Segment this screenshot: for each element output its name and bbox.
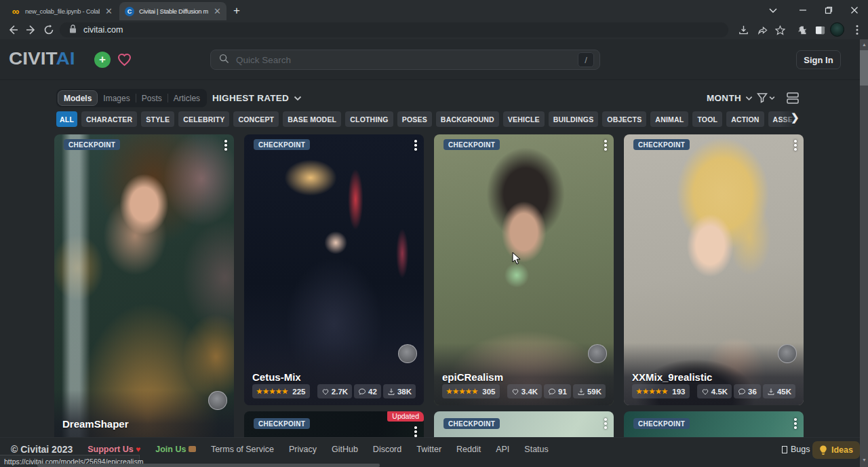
chip-tool[interactable]: TOOL (692, 111, 722, 127)
period-dropdown[interactable]: MONTH (707, 93, 753, 103)
tab-models[interactable]: Models (58, 90, 98, 106)
sign-in-button[interactable]: Sign In (796, 50, 841, 69)
browser-tab-colab[interactable]: ∞ new_colab_file.ipynb - Colaborat ✕ (5, 2, 118, 20)
filter-dropdown[interactable] (757, 92, 775, 103)
tab-images[interactable]: Images (98, 90, 135, 106)
rating-pill: ★★★★★193 (632, 384, 690, 398)
scrollbar-down-icon[interactable]: ▼ (862, 457, 867, 462)
footer-link-support-us[interactable]: Support Us ♥ (87, 445, 140, 454)
downloads-pill: 38K (383, 384, 416, 398)
chip-concept[interactable]: CONCEPT (233, 111, 279, 127)
model-card-epicrealism[interactable]: CHECKPOINT epiCRealism ★★★★★305 3.4K 91 … (434, 134, 614, 405)
chip-vehicle[interactable]: VEHICLE (503, 111, 545, 127)
back-icon[interactable] (7, 24, 18, 39)
civitai-logo[interactable]: CIVITAI (9, 49, 75, 69)
likes-pill: 4.5K (697, 384, 732, 398)
ideas-button[interactable]: Ideas (812, 441, 860, 459)
chip-action[interactable]: ACTION (726, 111, 764, 127)
layout-toggle-icon[interactable] (787, 92, 799, 107)
tab-close-icon[interactable]: ✕ (105, 6, 113, 16)
horizontal-scrollbar-thumb[interactable] (37, 464, 380, 467)
new-tab-button[interactable]: + (233, 4, 240, 18)
share-icon[interactable] (755, 22, 770, 37)
browser-toolbar: civitai.com (0, 20, 868, 39)
chip-poses[interactable]: POSES (397, 111, 432, 127)
briefcase-icon (189, 446, 196, 452)
side-panel-icon[interactable] (812, 22, 827, 37)
chip-all[interactable]: ALL (56, 111, 77, 127)
sort-dropdown[interactable]: HIGHEST RATED (212, 93, 302, 103)
chip-animal[interactable]: ANIMAL (650, 111, 688, 127)
footer-link-terms[interactable]: Terms of Service (211, 445, 274, 454)
star-rating-icon: ★★★★★ (256, 388, 288, 395)
checkpoint-badge: CHECKPOINT (254, 418, 310, 429)
model-title: epiCRealism (442, 371, 503, 383)
tab-articles[interactable]: Articles (168, 90, 205, 106)
card-menu-icon[interactable] (604, 140, 607, 152)
window-minimize-button[interactable] (789, 0, 816, 20)
creator-avatar[interactable] (398, 344, 417, 363)
vertical-scrollbar[interactable] (860, 39, 868, 467)
card-menu-icon[interactable] (414, 140, 417, 152)
bookmark-star-icon[interactable] (772, 22, 787, 37)
creator-avatar[interactable] (208, 391, 227, 410)
create-plus-button[interactable]: + (94, 52, 111, 68)
likes-count: 2.7K (332, 388, 348, 396)
footer-link-twitter[interactable]: Twitter (416, 445, 441, 454)
footer-link-join-us[interactable]: Join Us (155, 445, 196, 454)
chips-scroll-right-icon[interactable]: ❯ (791, 111, 800, 124)
reload-icon[interactable] (43, 24, 54, 39)
card-menu-icon[interactable] (224, 140, 227, 152)
browser-tab-bar: ∞ new_colab_file.ipynb - Colaborat ✕ C C… (0, 0, 868, 20)
likes-count: 4.5K (711, 388, 728, 396)
comments-count: 36 (748, 388, 757, 396)
window-close-button[interactable] (841, 0, 868, 20)
comments-count: 91 (558, 388, 567, 396)
card-menu-icon[interactable] (604, 418, 607, 430)
checkpoint-badge: CHECKPOINT (443, 139, 500, 150)
bugs-button[interactable]: Bugs (782, 445, 810, 454)
favorites-heart-icon[interactable] (116, 52, 133, 68)
comments-pill: 42 (354, 384, 381, 398)
chip-base-model[interactable]: BASE MODEL (283, 111, 341, 127)
browser-tab-civitai[interactable]: C Civitai | Stable Diffusion models, ✕ (119, 2, 226, 20)
footer-link-privacy[interactable]: Privacy (289, 445, 317, 454)
star-rating-icon: ★★★★★ (636, 388, 668, 395)
download-icon[interactable] (736, 22, 751, 37)
browser-profile-avatar[interactable] (830, 22, 844, 37)
footer-link-github[interactable]: GitHub (332, 445, 358, 454)
chip-objects[interactable]: OBJECTS (602, 111, 646, 127)
forward-icon[interactable] (26, 24, 37, 39)
star-rating-icon: ★★★★★ (446, 388, 478, 395)
model-card-cetus-mix[interactable]: CHECKPOINT Cetus-Mix ★★★★★225 2.7K 42 38… (244, 134, 424, 405)
chip-celebrity[interactable]: CELEBRITY (178, 111, 229, 127)
chip-clothing[interactable]: CLOTHING (345, 111, 393, 127)
card-menu-icon[interactable] (794, 418, 797, 430)
downloads-pill: 59K (573, 384, 606, 398)
extensions-puzzle-icon[interactable] (795, 22, 810, 37)
chip-style[interactable]: STYLE (141, 111, 174, 127)
creator-avatar[interactable] (778, 344, 797, 363)
window-maximize-button[interactable] (815, 0, 842, 20)
lightbulb-icon (819, 445, 827, 455)
address-bar[interactable]: civitai.com (60, 22, 728, 37)
model-card-dreamshaper[interactable]: CHECKPOINT DreamShaper (54, 134, 234, 452)
chip-buildings[interactable]: BUILDINGS (549, 111, 599, 127)
browser-menu-kebab-icon[interactable] (850, 22, 865, 37)
model-card-xxmix[interactable]: CHECKPOINT XXMix_9realistic ★★★★★193 4.5… (624, 134, 804, 405)
vertical-scrollbar-thumb[interactable] (860, 50, 868, 86)
chip-background[interactable]: BACKGROUND (436, 111, 499, 127)
scrollbar-up-icon[interactable]: ▲ (862, 42, 867, 47)
creator-avatar[interactable] (588, 344, 607, 363)
tab-posts[interactable]: Posts (136, 90, 167, 106)
footer-link-reddit[interactable]: Reddit (456, 445, 481, 454)
search-placeholder: Quick Search (236, 55, 291, 65)
chip-character[interactable]: CHARACTER (81, 111, 137, 127)
footer-link-status[interactable]: Status (524, 445, 548, 454)
tab-close-icon[interactable]: ✕ (214, 6, 221, 16)
footer-link-discord[interactable]: Discord (373, 445, 401, 454)
window-menu-chevron-icon[interactable] (760, 0, 787, 20)
card-menu-icon[interactable] (794, 140, 797, 152)
footer-link-api[interactable]: API (496, 445, 509, 454)
search-input[interactable]: Quick Search (210, 50, 600, 70)
